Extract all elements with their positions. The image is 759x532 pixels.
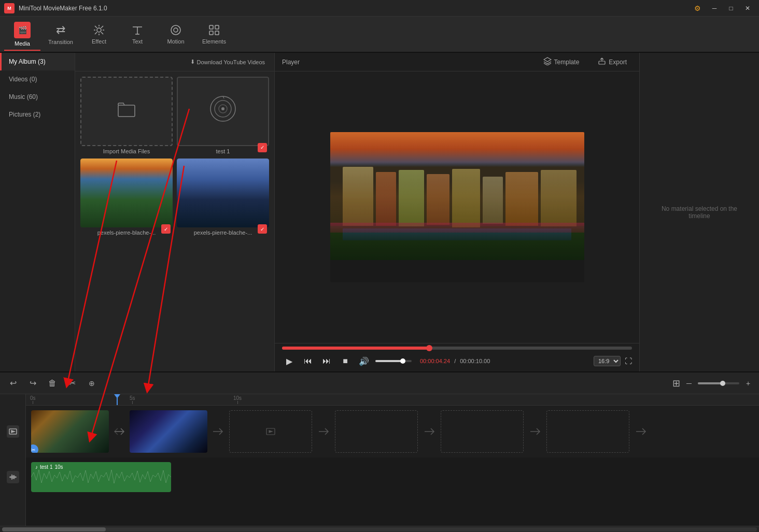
scrollbar-track bbox=[2, 527, 757, 531]
toolbar-transition-label: Transition bbox=[48, 39, 73, 45]
add-audio-track-button[interactable] bbox=[7, 471, 19, 483]
sidebar-item-my-album[interactable]: My Album (3) bbox=[0, 53, 75, 70]
audio-track-add bbox=[0, 457, 25, 496]
toolbar-effect[interactable]: Effect bbox=[81, 19, 117, 50]
audio-clip-1[interactable]: ♪ test 1 10s bbox=[31, 462, 171, 492]
toolbar-motion[interactable]: Motion bbox=[158, 19, 194, 50]
sidebar-item-music[interactable]: Music (60) bbox=[0, 88, 75, 106]
maximize-button[interactable]: □ bbox=[724, 3, 738, 14]
undo-button[interactable]: ↩ bbox=[5, 376, 21, 391]
toolbar-media[interactable]: 🎬 Media bbox=[4, 19, 40, 50]
playhead-triangle bbox=[114, 394, 120, 398]
pic1-label: pexels-pierre-blache-... bbox=[80, 229, 173, 236]
zoom-out-button[interactable]: ─ bbox=[683, 378, 695, 389]
prev-button[interactable]: ⏮ bbox=[301, 354, 315, 368]
clip-transition-3[interactable] bbox=[313, 410, 334, 453]
empty-slot-4 bbox=[546, 410, 629, 453]
redo-button[interactable]: ↪ bbox=[25, 376, 40, 391]
video-track-add bbox=[0, 406, 25, 457]
pic2-label: pexels-pierre-blache-... bbox=[177, 229, 269, 236]
minimize-button[interactable]: ─ bbox=[707, 3, 722, 14]
main-area: My Album (3) Videos (0) Music (60) Pictu… bbox=[0, 53, 759, 371]
zoom-thumb bbox=[720, 381, 725, 386]
current-time: 00:00:04.24 bbox=[420, 358, 450, 364]
media-cell-test1[interactable]: ✓ test 1 bbox=[177, 77, 269, 154]
timeline-scrollbar[interactable] bbox=[0, 526, 759, 532]
svg-rect-6 bbox=[209, 25, 213, 29]
sidebar-item-pictures[interactable]: Pictures (2) bbox=[0, 106, 75, 123]
media-cell-import[interactable]: Import Media Files bbox=[80, 77, 173, 154]
delete-button[interactable]: 🗑 bbox=[45, 376, 60, 391]
time-separator: / bbox=[454, 358, 456, 364]
clip-transition-6[interactable] bbox=[630, 410, 651, 453]
video-clip-2[interactable] bbox=[130, 410, 207, 453]
zoom-slider[interactable] bbox=[698, 382, 739, 384]
media-cell-pic1[interactable]: ✓ pexels-pierre-blache-... bbox=[80, 159, 173, 236]
volume-fill bbox=[375, 360, 403, 362]
text-icon bbox=[131, 24, 144, 36]
next-button[interactable]: ⏭ bbox=[319, 354, 334, 368]
toolbar-text[interactable]: Text bbox=[119, 19, 156, 50]
clip-transition-1[interactable] bbox=[109, 410, 130, 453]
controls-row: ▶ ⏮ ⏭ ■ 🔊 00:00:04.24 / 00:00:10.00 16:9… bbox=[282, 354, 632, 368]
media-grid: Import Media Files ✓ t bbox=[75, 71, 274, 241]
test1-check: ✓ bbox=[258, 143, 267, 152]
toolbar-transition[interactable]: ⇄ Transition bbox=[43, 19, 79, 50]
media-cell-pic2[interactable]: ✓ pexels-pierre-blache-... bbox=[177, 159, 269, 236]
volume-thumb bbox=[400, 358, 405, 364]
play-button[interactable]: ▶ bbox=[282, 354, 297, 368]
clip-transition-5[interactable] bbox=[525, 410, 545, 453]
clip-transition-4[interactable] bbox=[419, 410, 440, 453]
empty-slot-3 bbox=[441, 410, 524, 453]
import-label: Import Media Files bbox=[80, 148, 173, 154]
app-title: MiniTool MovieMaker Free 6.1.0 bbox=[19, 5, 694, 12]
pic2-check: ✓ bbox=[258, 224, 267, 234]
download-icon: ⬇ bbox=[190, 59, 195, 65]
toolbar-effect-label: Effect bbox=[92, 38, 106, 45]
export-button[interactable]: Export bbox=[593, 55, 632, 69]
scrollbar-thumb[interactable] bbox=[2, 527, 106, 531]
svg-rect-10 bbox=[118, 105, 135, 117]
svg-point-5 bbox=[174, 28, 178, 32]
download-youtube-button[interactable]: ⬇ Download YouTube Videos bbox=[186, 56, 270, 67]
settings-icon[interactable]: ⚙ bbox=[694, 4, 701, 12]
media-panel-header: ⬇ Download YouTube Videos bbox=[75, 53, 274, 71]
ruler-spacer bbox=[0, 394, 25, 406]
cut-button[interactable]: ✂ bbox=[64, 376, 80, 391]
audio-track: ♪ test 1 10s bbox=[26, 457, 759, 496]
clip-transition-2[interactable] bbox=[207, 410, 228, 453]
video-clip-1[interactable]: ✂ bbox=[31, 410, 109, 453]
zoom-in-button[interactable]: + bbox=[742, 378, 754, 389]
add-video-track-button[interactable] bbox=[7, 425, 19, 438]
aspect-ratio-select[interactable]: 16:9 9:16 1:1 4:3 bbox=[594, 356, 621, 366]
timeline-toolbar: ↩ ↪ 🗑 ✂ ⊕ ⊞ ─ + bbox=[0, 372, 759, 394]
close-button[interactable]: ✕ bbox=[740, 3, 755, 14]
toolbar-elements[interactable]: Elements bbox=[196, 19, 232, 50]
waveform bbox=[31, 462, 171, 492]
volume-bar[interactable] bbox=[375, 360, 412, 362]
toolbar-motion-label: Motion bbox=[167, 38, 184, 45]
pic2-cell-inner bbox=[177, 159, 269, 228]
titlebar: M MiniTool MovieMaker Free 6.1.0 ⚙ ─ □ ✕ bbox=[0, 0, 759, 17]
svg-point-0 bbox=[97, 28, 101, 32]
window-controls: ─ □ ✕ bbox=[707, 3, 755, 14]
add-media-button[interactable]: ⊕ bbox=[84, 376, 100, 391]
progress-bar[interactable] bbox=[282, 347, 632, 350]
template-button[interactable]: Template bbox=[538, 55, 585, 69]
test1-cell-inner bbox=[177, 77, 269, 146]
fullscreen-button[interactable]: ⛶ bbox=[625, 357, 632, 365]
motion-icon bbox=[170, 24, 182, 36]
volume-button[interactable]: 🔊 bbox=[357, 354, 371, 368]
svg-point-4 bbox=[171, 25, 180, 35]
empty-slot-1 bbox=[229, 410, 312, 453]
toolbar-text-label: Text bbox=[132, 38, 143, 45]
toolbar: 🎬 Media ⇄ Transition Effect Text bbox=[0, 17, 759, 53]
export-icon bbox=[598, 57, 606, 67]
layers-icon bbox=[543, 57, 552, 67]
toolbar-elements-label: Elements bbox=[202, 38, 226, 45]
stop-button[interactable]: ■ bbox=[338, 354, 353, 368]
sidebar-item-videos[interactable]: Videos (0) bbox=[0, 70, 75, 88]
pic1-check: ✓ bbox=[161, 224, 171, 234]
player-controls: ▶ ⏮ ⏭ ■ 🔊 00:00:04.24 / 00:00:10.00 16:9… bbox=[275, 343, 639, 371]
right-panel: No material selected on the timeline bbox=[640, 53, 759, 371]
